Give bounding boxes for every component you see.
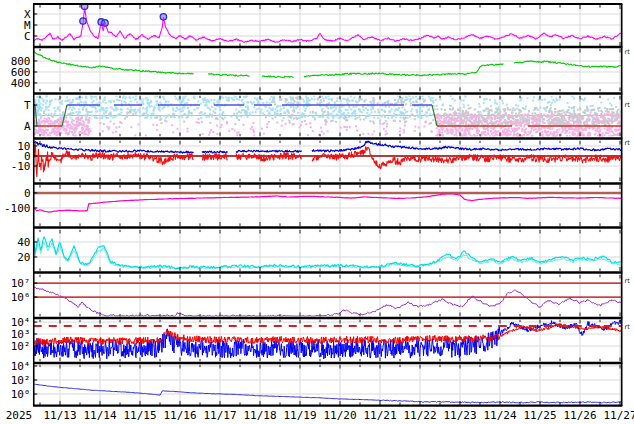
right-margin-rt-label: rt xyxy=(625,277,631,285)
y-tick-label-xray: C xyxy=(24,30,31,43)
right-margin-rt-label: rt xyxy=(625,139,631,147)
x-tick-label: 11/23 xyxy=(443,409,476,422)
y-tick-label-density: 40 xyxy=(17,236,30,249)
y-tick-label-dst: -100 xyxy=(4,202,31,215)
x-tick-label: 11/27 xyxy=(603,409,634,422)
x-tick-label: 11/18 xyxy=(243,409,276,422)
y-tick-label-lower-flux: 10⁰ xyxy=(11,388,31,401)
x-tick-label: 11/21 xyxy=(363,409,396,422)
y-tick-label-solar-wind-speed: 400 xyxy=(11,77,31,90)
y-tick-label-dst: 0 xyxy=(24,187,31,200)
y-tick-label-density: 20 xyxy=(17,251,30,264)
y-tick-label-electron-flux: 10⁷ xyxy=(11,277,31,290)
flare-marker-circle xyxy=(160,14,166,20)
right-margin-rt-label: rt xyxy=(625,323,631,331)
x-tick-label: 11/15 xyxy=(123,409,156,422)
y-tick-label-electron-flux: 10⁶ xyxy=(11,291,31,304)
x-tick-label: 11/24 xyxy=(483,409,516,422)
y-tick-label-proton-flux: 10² xyxy=(11,340,31,353)
x-tick-label: 11/13 xyxy=(43,409,76,422)
x-tick-label: 11/16 xyxy=(163,409,196,422)
x-axis-year-label: 2025 xyxy=(6,409,33,422)
chart-canvas: XMC800600400TA100-100-100402010⁷10⁶10⁴10… xyxy=(0,0,634,424)
solar-terrestrial-activity-chart: XMC800600400TA100-100-100402010⁷10⁶10⁴10… xyxy=(0,0,634,424)
x-tick-label: 11/14 xyxy=(83,409,116,422)
x-tick-label: 11/17 xyxy=(203,409,236,422)
y-tick-label-lower-flux: 10⁴ xyxy=(11,360,31,373)
x-tick-label: 11/25 xyxy=(523,409,556,422)
x-tick-label: 11/22 xyxy=(403,409,436,422)
x-tick-label: 11/19 xyxy=(283,409,316,422)
flare-marker-circle xyxy=(80,18,86,24)
y-tick-label-imf-sector: A xyxy=(24,120,31,133)
right-margin-rt-label: rt xyxy=(625,48,631,56)
x-tick-label: 11/20 xyxy=(323,409,356,422)
y-tick-label-imf-bz: -10 xyxy=(11,160,31,173)
y-tick-label-imf-sector: T xyxy=(24,99,31,112)
flare-marker-circle xyxy=(102,20,108,26)
y-tick-label-lower-flux: 10² xyxy=(11,374,31,387)
right-margin-rt-label: rt xyxy=(625,101,631,109)
x-tick-label: 11/26 xyxy=(563,409,596,422)
chart-background xyxy=(0,0,634,424)
